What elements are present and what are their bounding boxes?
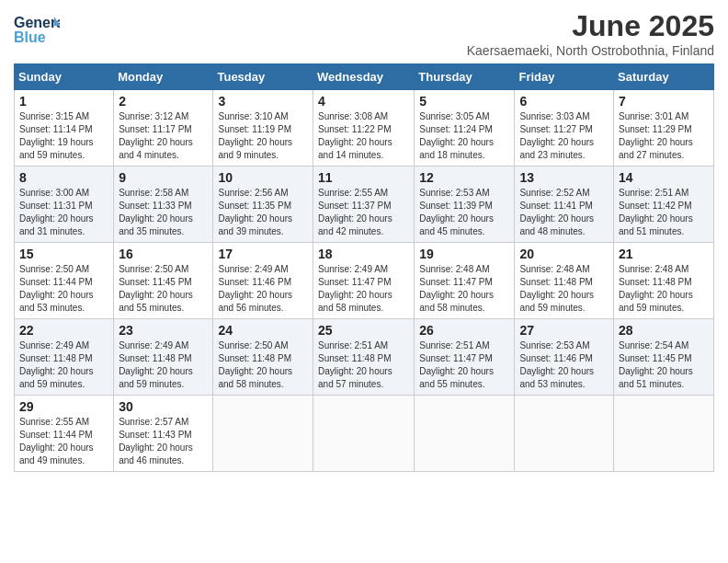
day-info: Sunrise: 3:00 AM Sunset: 11:31 PM Daylig… [19, 187, 108, 238]
day-number: 20 [519, 247, 609, 261]
day-number: 24 [218, 323, 308, 338]
day-cell-1: 1 Sunrise: 3:15 AM Sunset: 11:14 PM Dayl… [15, 90, 114, 167]
day-cell-29: 29 Sunrise: 2:55 AM Sunset: 11:44 PM Day… [15, 396, 114, 472]
day-cell-17: 17 Sunrise: 2:49 AM Sunset: 11:46 PM Day… [213, 243, 313, 319]
day-cell-22: 22 Sunrise: 2:49 AM Sunset: 11:48 PM Day… [15, 319, 114, 396]
calendar-table: Sunday Monday Tuesday Wednesday Thursday… [14, 63, 714, 472]
empty-cell [614, 396, 714, 472]
day-info: Sunrise: 2:53 AM Sunset: 11:46 PM Daylig… [519, 339, 609, 391]
day-cell-13: 13 Sunrise: 2:52 AM Sunset: 11:41 PM Day… [515, 167, 614, 243]
day-info: Sunrise: 2:58 AM Sunset: 11:33 PM Daylig… [119, 187, 208, 238]
location-subtitle: Kaersaemaeki, North Ostrobothnia, Finlan… [467, 43, 714, 58]
day-cell-21: 21 Sunrise: 2:48 AM Sunset: 11:48 PM Day… [614, 243, 714, 319]
week-row-1: 1 Sunrise: 3:15 AM Sunset: 11:14 PM Dayl… [15, 90, 714, 167]
day-cell-6: 6 Sunrise: 3:03 AM Sunset: 11:27 PM Dayl… [515, 90, 614, 167]
day-info: Sunrise: 3:08 AM Sunset: 11:22 PM Daylig… [318, 110, 409, 162]
empty-cell [515, 396, 614, 472]
day-cell-9: 9 Sunrise: 2:58 AM Sunset: 11:33 PM Dayl… [114, 167, 213, 243]
day-number: 18 [318, 247, 409, 261]
svg-text:General: General [14, 15, 60, 30]
day-info: Sunrise: 2:50 AM Sunset: 11:44 PM Daylig… [19, 263, 108, 315]
day-number: 19 [419, 247, 509, 261]
day-number: 21 [619, 247, 709, 261]
day-cell-26: 26 Sunrise: 2:51 AM Sunset: 11:47 PM Day… [415, 319, 515, 396]
day-info: Sunrise: 2:48 AM Sunset: 11:48 PM Daylig… [619, 263, 709, 315]
col-thursday: Thursday [415, 64, 515, 90]
day-info: Sunrise: 2:51 AM Sunset: 11:42 PM Daylig… [619, 187, 709, 238]
day-number: 3 [218, 94, 308, 109]
day-cell-7: 7 Sunrise: 3:01 AM Sunset: 11:29 PM Dayl… [614, 90, 714, 167]
day-cell-4: 4 Sunrise: 3:08 AM Sunset: 11:22 PM Dayl… [313, 90, 415, 167]
day-info: Sunrise: 2:48 AM Sunset: 11:47 PM Daylig… [419, 263, 509, 315]
day-info: Sunrise: 2:51 AM Sunset: 11:47 PM Daylig… [419, 339, 509, 391]
day-cell-12: 12 Sunrise: 2:53 AM Sunset: 11:39 PM Day… [415, 167, 515, 243]
week-row-4: 22 Sunrise: 2:49 AM Sunset: 11:48 PM Day… [15, 319, 714, 396]
day-cell-25: 25 Sunrise: 2:51 AM Sunset: 11:48 PM Day… [313, 319, 415, 396]
day-cell-10: 10 Sunrise: 2:56 AM Sunset: 11:35 PM Day… [213, 167, 313, 243]
day-info: Sunrise: 2:49 AM Sunset: 11:48 PM Daylig… [19, 339, 108, 391]
col-saturday: Saturday [614, 64, 714, 90]
day-number: 26 [419, 323, 509, 338]
day-number: 13 [519, 170, 609, 185]
day-cell-11: 11 Sunrise: 2:55 AM Sunset: 11:37 PM Day… [313, 167, 415, 243]
day-info: Sunrise: 2:57 AM Sunset: 11:43 PM Daylig… [119, 416, 208, 467]
day-info: Sunrise: 2:55 AM Sunset: 11:37 PM Daylig… [318, 187, 409, 238]
day-number: 1 [19, 94, 108, 109]
day-cell-23: 23 Sunrise: 2:49 AM Sunset: 11:48 PM Day… [114, 319, 213, 396]
day-cell-8: 8 Sunrise: 3:00 AM Sunset: 11:31 PM Dayl… [15, 167, 114, 243]
header-row: Sunday Monday Tuesday Wednesday Thursday… [15, 64, 714, 90]
day-number: 14 [619, 170, 709, 185]
day-info: Sunrise: 2:49 AM Sunset: 11:46 PM Daylig… [218, 263, 308, 315]
col-wednesday: Wednesday [313, 64, 415, 90]
day-info: Sunrise: 2:49 AM Sunset: 11:47 PM Daylig… [318, 263, 409, 315]
day-number: 23 [119, 323, 208, 338]
empty-cell [313, 396, 415, 472]
day-cell-19: 19 Sunrise: 2:48 AM Sunset: 11:47 PM Day… [415, 243, 515, 319]
day-info: Sunrise: 2:55 AM Sunset: 11:44 PM Daylig… [19, 416, 108, 467]
day-info: Sunrise: 3:01 AM Sunset: 11:29 PM Daylig… [619, 110, 709, 162]
day-cell-30: 30 Sunrise: 2:57 AM Sunset: 11:43 PM Day… [114, 396, 213, 472]
day-info: Sunrise: 2:56 AM Sunset: 11:35 PM Daylig… [218, 187, 308, 238]
empty-cell [415, 396, 515, 472]
day-number: 12 [419, 170, 509, 185]
day-cell-3: 3 Sunrise: 3:10 AM Sunset: 11:19 PM Dayl… [213, 90, 313, 167]
day-number: 29 [19, 399, 108, 414]
day-info: Sunrise: 2:54 AM Sunset: 11:45 PM Daylig… [619, 339, 709, 391]
day-number: 22 [19, 323, 108, 338]
month-title: June 2025 [467, 9, 714, 43]
week-row-2: 8 Sunrise: 3:00 AM Sunset: 11:31 PM Dayl… [15, 167, 714, 243]
day-number: 15 [19, 247, 108, 261]
week-row-5: 29 Sunrise: 2:55 AM Sunset: 11:44 PM Day… [15, 396, 714, 472]
col-friday: Friday [515, 64, 614, 90]
day-number: 17 [218, 247, 308, 261]
empty-cell [213, 396, 313, 472]
day-number: 7 [619, 94, 709, 109]
day-number: 4 [318, 94, 409, 109]
day-number: 5 [419, 94, 509, 109]
day-cell-16: 16 Sunrise: 2:50 AM Sunset: 11:45 PM Day… [114, 243, 213, 319]
day-info: Sunrise: 2:51 AM Sunset: 11:48 PM Daylig… [318, 339, 409, 391]
day-info: Sunrise: 3:15 AM Sunset: 11:14 PM Daylig… [19, 110, 108, 162]
day-info: Sunrise: 2:50 AM Sunset: 11:45 PM Daylig… [119, 263, 208, 315]
day-cell-15: 15 Sunrise: 2:50 AM Sunset: 11:44 PM Day… [15, 243, 114, 319]
day-number: 9 [119, 170, 208, 185]
day-cell-2: 2 Sunrise: 3:12 AM Sunset: 11:17 PM Dayl… [114, 90, 213, 167]
day-cell-5: 5 Sunrise: 3:05 AM Sunset: 11:24 PM Dayl… [415, 90, 515, 167]
day-cell-20: 20 Sunrise: 2:48 AM Sunset: 11:48 PM Day… [515, 243, 614, 319]
day-number: 8 [19, 170, 108, 185]
day-cell-18: 18 Sunrise: 2:49 AM Sunset: 11:47 PM Day… [313, 243, 415, 319]
day-info: Sunrise: 2:50 AM Sunset: 11:48 PM Daylig… [218, 339, 308, 391]
day-number: 11 [318, 170, 409, 185]
day-cell-27: 27 Sunrise: 2:53 AM Sunset: 11:46 PM Day… [515, 319, 614, 396]
day-number: 25 [318, 323, 409, 338]
day-info: Sunrise: 3:12 AM Sunset: 11:17 PM Daylig… [119, 110, 208, 162]
day-cell-28: 28 Sunrise: 2:54 AM Sunset: 11:45 PM Day… [614, 319, 714, 396]
day-info: Sunrise: 2:49 AM Sunset: 11:48 PM Daylig… [119, 339, 208, 391]
day-info: Sunrise: 3:03 AM Sunset: 11:27 PM Daylig… [519, 110, 609, 162]
page-header: General Blue June 2025 Kaersaemaeki, Nor… [14, 9, 714, 58]
day-info: Sunrise: 2:53 AM Sunset: 11:39 PM Daylig… [419, 187, 509, 238]
logo: General Blue [14, 9, 60, 51]
week-row-3: 15 Sunrise: 2:50 AM Sunset: 11:44 PM Day… [15, 243, 714, 319]
day-number: 27 [519, 323, 609, 338]
day-number: 10 [218, 170, 308, 185]
